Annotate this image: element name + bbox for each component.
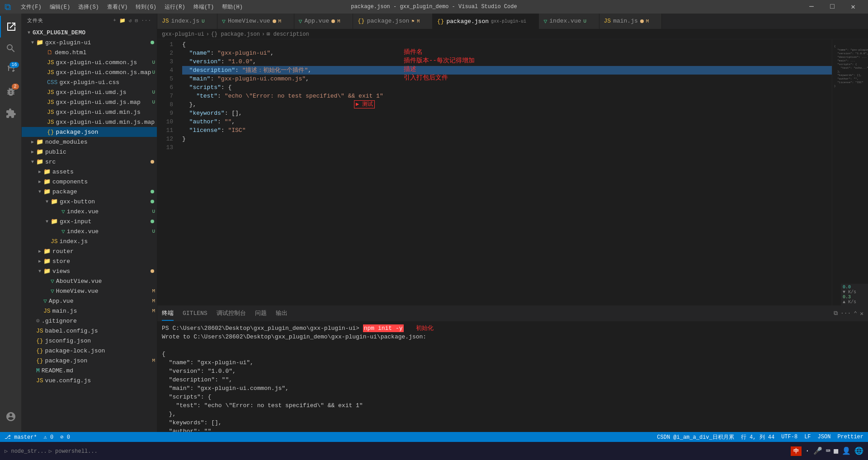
- tab-main-js[interactable]: JS main.js M ✕: [599, 14, 662, 29]
- folder-components[interactable]: ▶ 📁 components: [22, 177, 157, 187]
- activity-debug[interactable]: 2: [0, 81, 22, 103]
- project-root[interactable]: ▼ GXX_PLUGIN_DEMO: [22, 28, 157, 38]
- status-formatter[interactable]: Prettier: [837, 434, 863, 440]
- bottom-tab-problems[interactable]: 问题: [255, 306, 267, 321]
- taskbar-grid-icon[interactable]: ▦: [834, 446, 838, 455]
- new-file-icon[interactable]: +: [113, 18, 117, 23]
- menu-file[interactable]: 文件(F): [17, 2, 45, 12]
- bottom-tab-terminal[interactable]: 终端: [162, 306, 174, 321]
- file-umd-min-js[interactable]: JS gxx-plugin-ui.umd.min.js: [22, 107, 157, 117]
- folder-gxx-button[interactable]: ▼ 📁 gxx-button: [22, 197, 157, 207]
- file-gxx-button-index-vue[interactable]: ▽ index.vue U: [22, 207, 157, 216]
- menu-select[interactable]: 选择(S): [75, 2, 103, 12]
- folder-gxx-plugin-ui[interactable]: ▼ 📁 gxx-plugin-ui: [22, 38, 157, 47]
- maximize-button[interactable]: □: [822, 0, 843, 14]
- maximize-panel-icon[interactable]: ⌃: [854, 310, 857, 317]
- menu-edit[interactable]: 编辑(E): [46, 2, 74, 12]
- activity-extensions[interactable]: [0, 103, 22, 124]
- file-common-js[interactable]: JS gxx-plugin-ui.common.js U: [22, 57, 157, 67]
- tab-package-json-active[interactable]: {} package.json gxx-plugin-ui ✕: [433, 14, 539, 29]
- errors-count[interactable]: ⚠ 0: [44, 434, 54, 441]
- file-aboutview-vue[interactable]: ▽ AboutView.vue: [22, 276, 157, 286]
- tab-index-js[interactable]: JS index.js U ✕: [157, 14, 217, 29]
- arrow-icon: ▶: [36, 179, 43, 184]
- split-terminal-icon[interactable]: ⧉: [834, 310, 838, 317]
- tab-label: index.js: [171, 18, 199, 24]
- bottom-tab-gitlens[interactable]: GITLENS: [183, 307, 208, 320]
- activity-explorer[interactable]: [0, 16, 22, 38]
- folder-router[interactable]: ▶ 📁 router: [22, 246, 157, 256]
- terminal-content[interactable]: PS C:\Users\28602\Desktop\gxx_plugin_dem…: [157, 322, 868, 432]
- file-readme[interactable]: M README.md: [22, 366, 157, 376]
- folder-views[interactable]: ▼ 📁 views: [22, 266, 157, 276]
- file-umd-js-map[interactable]: JS gxx-plugin-ui.umd.js.map U: [22, 97, 157, 107]
- folder-assets[interactable]: ▶ 📁 assets: [22, 167, 157, 177]
- activity-search[interactable]: [0, 38, 22, 59]
- more-icon[interactable]: ···: [141, 18, 151, 23]
- file-package-json-selected[interactable]: {} package.json: [22, 127, 157, 137]
- menu-help[interactable]: 帮助(H): [218, 2, 246, 12]
- folder-gxx-input[interactable]: ▼ 📁 gxx-input: [22, 216, 157, 226]
- minimize-button[interactable]: ─: [801, 0, 822, 14]
- folder-src[interactable]: ▼ 📁 src: [22, 157, 157, 167]
- folder-store[interactable]: ▶ 📁 store: [22, 256, 157, 266]
- menu-terminal[interactable]: 终端(T): [190, 2, 218, 12]
- tab-homeview-vue[interactable]: ▽ HomeView.vue M ✕: [217, 14, 294, 29]
- bottom-tab-output[interactable]: 输出: [276, 306, 288, 321]
- breadcrumb-part-1[interactable]: gxx-plugin-ui: [162, 31, 204, 38]
- file-jsconfig[interactable]: {} jsconfig.json: [22, 336, 157, 346]
- menu-run[interactable]: 运行(R): [161, 2, 189, 12]
- file-label: index.js: [60, 238, 88, 245]
- bottom-tab-debug[interactable]: 调试控制台: [217, 306, 246, 321]
- status-csdn[interactable]: CSDN @i_am_a_div_日积月累: [657, 433, 734, 441]
- breadcrumb-part-2[interactable]: {} package.json: [211, 31, 260, 38]
- refresh-icon[interactable]: ↺: [129, 18, 132, 23]
- new-folder-icon[interactable]: 📁: [119, 18, 126, 23]
- file-main-js[interactable]: JS main.js M: [22, 306, 157, 316]
- file-common-js-map[interactable]: JS gxx-plugin-ui.common.js.map U: [22, 67, 157, 77]
- tab-package-json-1[interactable]: {} package.json ⚑ M ✕: [353, 14, 433, 29]
- warnings-count[interactable]: ⊘ 0: [60, 434, 70, 441]
- tab-app-vue[interactable]: ▽ App.vue M ✕: [294, 14, 353, 29]
- file-vue-config[interactable]: JS vue.config.js: [22, 376, 157, 385]
- tab-file-icon: {}: [358, 18, 365, 24]
- file-umd-min-js-map[interactable]: JS gxx-plugin-ui.umd.min.js.map: [22, 117, 157, 127]
- file-package-lock[interactable]: {} package-lock.json: [22, 346, 157, 356]
- menu-view[interactable]: 查看(V): [104, 2, 132, 12]
- status-cursor[interactable]: 行 4, 列 44: [741, 433, 774, 441]
- file-demo-html[interactable]: 🗋 demo.html: [22, 47, 157, 57]
- status-language[interactable]: JSON: [818, 434, 831, 440]
- file-babel-config[interactable]: JS babel.config.js: [22, 326, 157, 336]
- taskbar-network-icon[interactable]: 🌐: [854, 446, 863, 455]
- tab-file-icon: {}: [437, 18, 444, 25]
- activity-account[interactable]: [0, 406, 22, 427]
- file-gxx-input-index-vue[interactable]: ▽ index.vue U: [22, 226, 157, 236]
- menu-goto[interactable]: 转到(G): [132, 2, 160, 12]
- folder-node-modules[interactable]: ▶ 📁 node_modules: [22, 137, 157, 147]
- taskbar-person-icon[interactable]: 👤: [842, 446, 851, 455]
- file-gitignore[interactable]: ⊙ .gitignore: [22, 316, 157, 326]
- more-actions-icon[interactable]: ···: [840, 310, 851, 317]
- folder-public[interactable]: ▶ 📁 public: [22, 147, 157, 157]
- taskbar-keyboard-icon[interactable]: ⌨: [826, 446, 830, 455]
- file-umd-js[interactable]: JS gxx-plugin-ui.umd.js U: [22, 87, 157, 97]
- file-app-vue[interactable]: ▽ App.vue M: [22, 296, 157, 306]
- file-package-json-root[interactable]: {} package.json M: [22, 356, 157, 366]
- taskbar-mic-icon[interactable]: 🎤: [813, 446, 822, 455]
- file-index-js[interactable]: JS index.js: [22, 236, 157, 246]
- folder-package[interactable]: ▼ 📁 package: [22, 187, 157, 197]
- status-dot: [151, 269, 154, 273]
- activity-scm[interactable]: 16: [0, 59, 22, 81]
- code-content[interactable]: { "name": "gxx-plugin-ui", "version": "1…: [178, 39, 832, 305]
- status-encoding[interactable]: UTF-8: [781, 434, 797, 440]
- collapse-icon[interactable]: ⊟: [135, 18, 139, 23]
- status-eol[interactable]: LF: [804, 434, 811, 440]
- close-panel-icon[interactable]: ✕: [860, 310, 863, 317]
- git-branch[interactable]: ⎇ master*: [5, 434, 37, 441]
- breadcrumb-part-3[interactable]: ⊞ description: [267, 31, 309, 38]
- close-button[interactable]: ✕: [843, 0, 863, 14]
- ime-indicator[interactable]: 中: [791, 446, 802, 456]
- tab-index-vue[interactable]: ▽ index.vue U ✕: [539, 14, 599, 29]
- file-homeview-vue[interactable]: ▽ HomeView.vue M: [22, 286, 157, 296]
- file-css[interactable]: CSS gxx-plugin-ui.css: [22, 77, 157, 87]
